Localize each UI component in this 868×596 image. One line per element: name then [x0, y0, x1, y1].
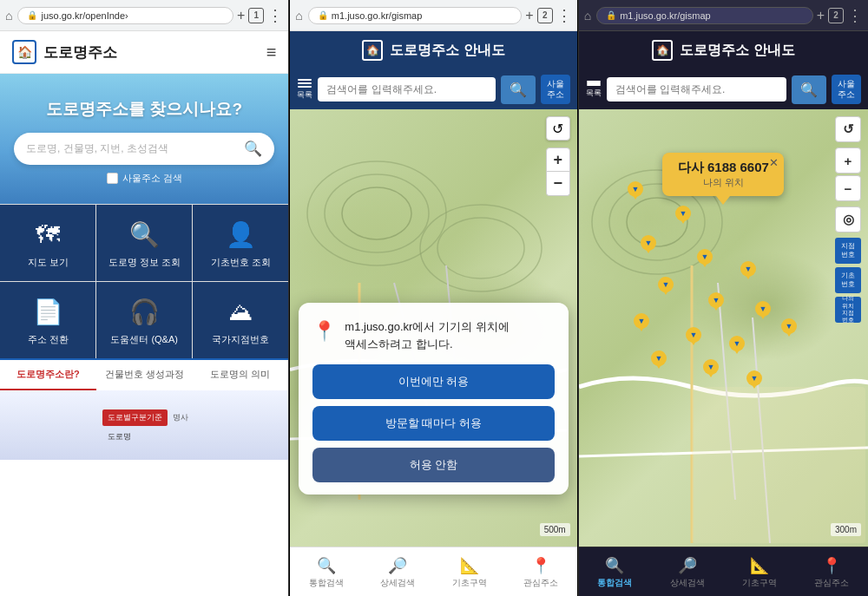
zoom-in-btn-3[interactable]: +: [835, 147, 861, 174]
nav-area-icon-2: 📐: [460, 556, 479, 575]
location-callout-3: ✕ 다사 6188 6607 나의 위치: [662, 153, 784, 196]
info-diagram-1: 도로별구분기준 명사 도로명: [0, 390, 288, 460]
bottom-nav-2: 🔍 통합검색 🔎 상세검색 📐 기초구역 📍 관심주소: [290, 547, 576, 596]
nav-fav-icon-2: 📍: [531, 556, 550, 575]
search-icon-1[interactable]: 🔍: [244, 140, 262, 158]
search-button-2[interactable]: 🔍: [501, 75, 536, 104]
phone-panel-2: ⌂ 🔒 m1.juso.go.kr/gismap + 2 ⋮ 🏠 도로명주소 안…: [289, 0, 577, 596]
menu-button-2[interactable]: 목록: [297, 79, 312, 101]
hamburger-menu-1[interactable]: ≡: [266, 43, 277, 62]
lock-icon-3: 🔒: [606, 10, 616, 20]
home-icon-3[interactable]: ⌂: [584, 9, 591, 23]
location-icon-2: 📍: [312, 320, 336, 343]
refresh-btn-3[interactable]: ↺: [835, 116, 861, 142]
nav-fav-icon-3: 📍: [822, 556, 841, 575]
deny-btn[interactable]: 허용 안함: [312, 448, 554, 482]
svg-point-4: [437, 218, 524, 278]
saulmulju-checkbox-1[interactable]: [107, 173, 118, 184]
scale-bar-3: 300m: [831, 523, 861, 536]
grid-item-help[interactable]: 🎧 도움센터 (Q&A): [96, 282, 192, 358]
new-tab-icon-1[interactable]: +: [237, 8, 245, 23]
zoom-out-btn-3[interactable]: −: [835, 175, 861, 201]
grid-item-base-num[interactable]: 👤 기초번호 조회: [193, 205, 288, 281]
url-bar-3[interactable]: 🔒 m1.juso.go.kr/gismap: [596, 7, 813, 24]
search-button-3[interactable]: 🔍: [792, 75, 826, 104]
search-placeholder-1[interactable]: 도로명, 건물명, 지번, 초성검색: [26, 141, 237, 156]
grid-icon-map: 🗺: [36, 220, 60, 249]
svg-point-7: [627, 198, 687, 246]
dialog-message-2: m1.juso.go.kr에서 기기의 위치에 액세스하려고 합니다.: [345, 320, 509, 350]
grid-label-base: 기초번호 조회: [211, 256, 271, 269]
hamburger-line-2: [298, 82, 312, 84]
menu-button-3[interactable]: 목록: [586, 81, 602, 99]
nav-search-label-3: 통합검색: [597, 577, 632, 589]
scale-label-3: 300m: [835, 525, 857, 534]
more-icon-2[interactable]: ⋮: [556, 6, 572, 25]
new-tab-icon-2[interactable]: +: [525, 8, 533, 23]
tab-count-1[interactable]: 1: [248, 8, 264, 23]
nav-search-icon-3: 🔍: [605, 556, 624, 575]
lock-icon-2: 🔒: [318, 10, 328, 20]
search-bar-1: 도로명, 건물명, 지번, 초성검색 🔍: [14, 133, 274, 165]
grid-item-road-info[interactable]: 🔍 도로명 정보 조회: [96, 205, 192, 281]
nav-base-area-3[interactable]: 📐 기초구역: [723, 553, 795, 593]
app-logo-icon-3: 🏠: [652, 40, 673, 61]
grid-label-convert: 주소 전환: [28, 333, 69, 346]
saulmulju-button-3[interactable]: 사울 주소: [832, 75, 861, 104]
grid-icon-road: 🔍: [129, 220, 160, 249]
zoom-in-btn-2[interactable]: +: [546, 147, 570, 172]
zoom-out-btn-2[interactable]: −: [546, 172, 570, 196]
url-bar-2[interactable]: 🔒 m1.juso.go.kr/gismap: [308, 7, 523, 24]
nav-detail-search-3[interactable]: 🔎 상세검색: [651, 553, 723, 593]
nav-detail-search-2[interactable]: 🔎 상세검색: [362, 553, 434, 593]
nav-unified-search-2[interactable]: 🔍 통합검색: [290, 553, 362, 593]
map-refresh-btn-2[interactable]: ↺: [546, 116, 570, 141]
callout-title-3: 다사 6188 6607: [678, 160, 769, 176]
home-icon-2[interactable]: ⌂: [295, 9, 302, 23]
svg-point-1: [325, 174, 429, 252]
new-tab-icon-3[interactable]: +: [817, 8, 825, 23]
info-tab-1[interactable]: 건물번호 생성과정: [96, 360, 193, 390]
browser-bar-2: ⌂ 🔒 m1.juso.go.kr/gismap + 2 ⋮: [290, 0, 576, 31]
search-input-2[interactable]: [318, 77, 495, 102]
svg-rect-8: [692, 387, 865, 543]
grid-item-national[interactable]: ⛰ 국가지점번호: [193, 282, 288, 358]
tab-count-2[interactable]: 2: [537, 8, 553, 23]
url-bar-1[interactable]: 🔒 juso.go.kr/openInde›: [17, 7, 233, 24]
saulmulju-button-2[interactable]: 사울 주소: [541, 75, 570, 104]
jijeom-btn-3[interactable]: 지점번호: [835, 238, 861, 264]
naui-btn-3[interactable]: 나의위치지점번호: [835, 297, 861, 323]
diagram-row-2: 도로명: [101, 431, 188, 442]
app-title-3: 도로명주소 안내도: [680, 42, 794, 60]
home-icon-1[interactable]: ⌂: [5, 9, 12, 23]
grid-item-map[interactable]: 🗺 지도 보기: [0, 205, 95, 281]
more-icon-3[interactable]: ⋮: [847, 6, 863, 25]
grid-label-road: 도로명 정보 조회: [108, 256, 181, 269]
callout-close-btn-3[interactable]: ✕: [769, 156, 779, 169]
grid-item-addr-convert[interactable]: 📄 주소 전환: [0, 282, 95, 358]
search-input-3[interactable]: [607, 77, 786, 102]
more-icon-1[interactable]: ⋮: [267, 6, 283, 25]
nav-fav-addr-3[interactable]: 📍 관심주소: [796, 553, 868, 593]
nav-search-label-2: 통합검색: [309, 577, 344, 589]
allow-always-btn[interactable]: 방문할 때마다 허용: [312, 406, 554, 441]
gicho-btn-3[interactable]: 기초번호: [835, 267, 861, 293]
nav-fav-addr-2[interactable]: 📍 관심주소: [505, 553, 577, 593]
url-text-1: juso.go.kr/openInde›: [41, 10, 128, 21]
allow-once-btn[interactable]: 이번에만 허용: [312, 364, 554, 399]
locate-btn-3[interactable]: ◎: [835, 206, 861, 233]
grid-icon-national: ⛰: [228, 298, 253, 326]
diagram-row-1: 도로별구분기준 명사: [101, 408, 188, 428]
tab-count-3[interactable]: 2: [828, 8, 844, 23]
svg-point-2: [342, 187, 411, 239]
app-header-1: 🏠 도로명주소 ≡: [0, 31, 288, 74]
nav-unified-search-3[interactable]: 🔍 통합검색: [579, 553, 651, 593]
menu-grid-1: 🗺 지도 보기 🔍 도로명 정보 조회 👤 기초번호 조회 📄 주소 전환 🎧 …: [0, 204, 288, 358]
hamburger-line-3c: [587, 84, 601, 86]
info-tab-0[interactable]: 도로명주소란?: [0, 360, 96, 390]
nav-detail-label-3: 상세검색: [670, 577, 705, 589]
hamburger-lines-3: [587, 81, 601, 86]
nav-area-label-2: 기초구역: [452, 577, 487, 589]
nav-base-area-2[interactable]: 📐 기초구역: [434, 553, 506, 593]
info-tab-2[interactable]: 도로명의 의미: [193, 360, 289, 390]
